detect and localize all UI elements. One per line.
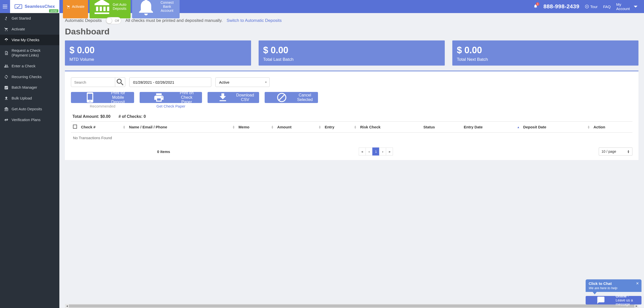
sidebar-item-bulk-upload[interactable]: Bulk Upload: [0, 93, 59, 104]
upload-icon: [4, 96, 9, 100]
sidebar-label: Batch Manager: [12, 85, 37, 90]
select-all-checkbox[interactable]: [73, 125, 77, 129]
faq-link[interactable]: FAQ: [603, 5, 611, 9]
sidebar-label: Request a Check (Payment Links): [12, 48, 55, 58]
stat-value: $ 0.00: [457, 45, 634, 56]
logo[interactable]: SeamlessChex portal: [10, 0, 59, 13]
chat-close-button[interactable]: ✕: [636, 281, 639, 285]
col-check[interactable]: Check #▲▼: [79, 122, 127, 133]
sort-icon: ▲▼: [318, 125, 321, 129]
menu-toggle[interactable]: [0, 0, 10, 13]
col-entry[interactable]: Entry▲▼: [323, 122, 358, 133]
recommended-text: Recommended: [90, 104, 115, 108]
chat-bubble[interactable]: Click to Chat We are here to help ✕: [586, 279, 641, 292]
sidebar-label: Recurring Checks: [12, 75, 42, 79]
sidebar-item-recurring[interactable]: Recurring Checks: [0, 72, 59, 82]
button-label: Print for Mobile Deposit: [107, 91, 129, 104]
search-input[interactable]: [71, 77, 115, 87]
sort-icon: ▲: [517, 126, 520, 128]
chat-icon: [588, 296, 614, 304]
sidebar-item-auto-deposits[interactable]: Get Auto Deposits: [0, 104, 59, 115]
button-label: Cancel Selected: [297, 93, 313, 102]
stat-label: MTD Volume: [69, 57, 247, 62]
phone-number: 888-998-2439: [543, 3, 579, 10]
page-prev[interactable]: ‹: [366, 147, 373, 156]
search-button[interactable]: [115, 77, 125, 87]
page-first[interactable]: «: [359, 147, 366, 156]
per-page-label: 10 / page: [601, 149, 616, 153]
brand-name-1: Seamless: [25, 4, 44, 9]
sidebar-label: Bulk Upload: [12, 96, 32, 101]
print-mobile-button[interactable]: Print for Mobile Deposit: [71, 92, 134, 103]
page-last[interactable]: »: [386, 147, 393, 156]
activate-label: Activate: [72, 5, 85, 9]
sidebar-item-view-checks[interactable]: View My Checks: [0, 35, 59, 45]
button-label: Print on Check Paper: [176, 91, 197, 104]
notifications-button[interactable]: 1: [533, 4, 538, 9]
check-square-icon: [4, 85, 9, 90]
cancel-selected-button[interactable]: Cancel Selected: [265, 92, 318, 103]
rocket-icon: [4, 16, 9, 21]
sidebar-label: Activate: [12, 27, 25, 32]
block-icon: [270, 92, 294, 103]
col-memo[interactable]: Memo▲▼: [236, 122, 275, 133]
mobile-icon: [76, 92, 104, 103]
chat-title: Click to Chat: [589, 281, 638, 286]
page-next[interactable]: ›: [379, 147, 386, 156]
download-icon: [213, 92, 233, 103]
button-label: Download CSV: [236, 93, 254, 102]
scroll-left-icon[interactable]: ◀: [65, 304, 69, 308]
sidebar-item-enter-check[interactable]: Enter a Check: [0, 61, 59, 72]
print-paper-button[interactable]: Print on Check Paper: [140, 92, 202, 103]
col-name[interactable]: Name / Email / Phone▲▼: [127, 122, 236, 133]
auto-deposits-toggle[interactable]: Off: [106, 17, 121, 24]
chat-sub: We are here to help: [589, 286, 638, 290]
account-label: My Account: [616, 2, 630, 11]
bank-icon: [4, 107, 9, 111]
get-check-paper-link[interactable]: Get Check Paper: [156, 104, 185, 108]
col-deposit-date[interactable]: Deposit Date▲▼: [521, 122, 591, 133]
chevron-down-icon: [631, 2, 640, 11]
stat-label: Total Next Batch: [457, 57, 634, 62]
horizontal-scrollbar[interactable]: ◀ ▶: [65, 304, 638, 308]
sidebar-item-request-check[interactable]: Request a Check (Payment Links): [0, 45, 59, 61]
scroll-track[interactable]: [69, 304, 634, 307]
auto-deposits-label: Get Auto Deposits: [112, 3, 127, 11]
printer-icon: [145, 92, 173, 103]
sidebar-item-activate[interactable]: Activate: [0, 24, 59, 35]
tour-label: Tour: [590, 5, 597, 9]
search-icon: [115, 78, 125, 87]
stat-last-batch: $ 0.00 Total Last Batch: [259, 40, 445, 66]
sidebar-label: Enter a Check: [12, 64, 35, 69]
stat-value: $ 0.00: [263, 45, 440, 56]
sidebar-label: Get Auto Deposits: [12, 107, 42, 112]
auto-deposits-label: Automatic Deposits: [65, 18, 102, 23]
connect-bank-label: Connect Bank Account: [158, 1, 176, 13]
chat-status-bar[interactable]: Online - Leave us a message: [586, 296, 641, 304]
stat-mtd-volume: $ 0.00 MTD Volume: [65, 40, 251, 66]
sidebar-item-batch[interactable]: Batch Manager: [0, 82, 59, 93]
per-page-select[interactable]: 10 / page ▲▼: [599, 147, 632, 156]
items-count: 0 items: [71, 149, 256, 154]
tour-button[interactable]: Tour: [585, 5, 597, 9]
sort-icon: ▲▼: [232, 125, 235, 129]
stat-label: Total Last Batch: [263, 57, 440, 62]
col-entry-date[interactable]: Entry Date▲: [462, 122, 521, 133]
date-range-input[interactable]: [129, 77, 211, 87]
brand-name-2: Chex: [44, 4, 55, 9]
cart-icon: [4, 27, 9, 31]
download-csv-button[interactable]: Download CSV: [208, 92, 259, 103]
chat-online-label: Online: [616, 294, 627, 298]
svg-rect-0: [15, 5, 22, 9]
col-status[interactable]: Status: [421, 122, 462, 133]
col-risk[interactable]: Risk Check: [358, 122, 421, 133]
sidebar-item-verification[interactable]: Verification Plans: [0, 115, 59, 125]
sidebar-item-get-started[interactable]: Get Started: [0, 13, 59, 24]
status-select[interactable]: Active: [215, 77, 270, 87]
page-1[interactable]: 1: [372, 147, 379, 156]
col-amount[interactable]: Amount▲▼: [275, 122, 323, 133]
refresh-icon: [4, 75, 9, 79]
switch-auto-link[interactable]: Switch to Automatic Deposits: [227, 18, 282, 23]
account-menu[interactable]: My Account: [616, 2, 640, 11]
logo-icon: [15, 4, 23, 9]
